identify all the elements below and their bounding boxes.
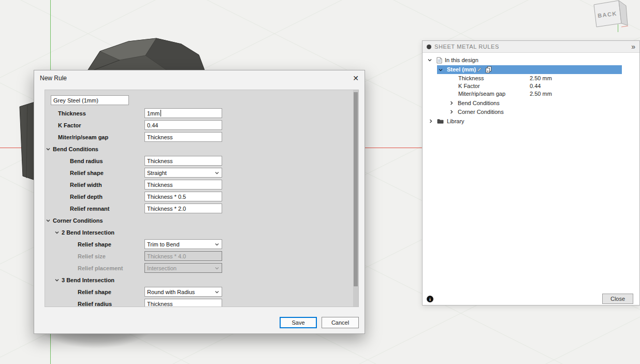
copy-rule-icon[interactable] [486, 66, 492, 73]
tree-item-steel-rule[interactable]: Steel (mm) [423, 65, 639, 74]
thickness-label: Thickness [58, 110, 86, 117]
relief-remnant-input[interactable] [144, 203, 222, 213]
select-value: Straight [147, 170, 167, 176]
dialog-titlebar[interactable]: New Rule ✕ [34, 70, 365, 86]
steel-rule-label: Steel (mm) [447, 66, 476, 72]
palette-close-button[interactable]: Close [602, 294, 633, 304]
property-row-miter-gap: Miter/rip/seam gap 2.50 mm [423, 90, 639, 98]
relief-shape-2bend-label: Relief shape [78, 241, 111, 247]
form-row-relief-shape-bend: Relief shape Straight [45, 167, 353, 179]
corner-conditions-label: Corner Conditions [458, 109, 504, 115]
in-this-design-label: In this design [445, 57, 478, 63]
form-row-miter-gap: Miter/rip/seam gap [45, 131, 353, 143]
form-row-relief-shape-3bend: Relief shape Round with Radius [45, 286, 353, 298]
chevron-down-icon[interactable] [438, 67, 443, 72]
app-canvas: BACK New Rule ✕ Thickness K Factor [0, 0, 640, 364]
corner-conditions-label: Corner Conditions [53, 217, 103, 224]
form-scrollbar[interactable] [353, 90, 358, 307]
sheet-metal-rules-palette: SHEET METAL RULES » In this design Steel… [422, 40, 640, 305]
thickness-input[interactable] [144, 108, 222, 118]
tree-item-bend-conditions[interactable]: Bend Conditions [423, 99, 639, 107]
select-value: Trim to Bend [147, 241, 180, 247]
chevron-right-icon[interactable] [449, 100, 454, 106]
miter-gap-input[interactable] [144, 132, 222, 142]
chevron-down-icon[interactable] [46, 218, 51, 223]
chevron-down-icon [214, 289, 220, 295]
bend-radius-label: Bend radius [70, 158, 103, 164]
new-rule-dialog: New Rule ✕ Thickness K Factor Miter/rip/… [34, 70, 365, 334]
miter-gap-label: Miter/rip/seam gap [58, 134, 108, 140]
section-bend-conditions[interactable]: Bend Conditions [45, 143, 353, 155]
bend-radius-input[interactable] [144, 156, 222, 166]
property-value: 2.50 mm [530, 75, 552, 81]
relief-size-label: Relief size [78, 253, 106, 259]
section-corner-conditions[interactable]: Corner Conditions [45, 214, 353, 226]
palette-header[interactable]: SHEET METAL RULES » [423, 41, 639, 53]
relief-shape-2bend-select[interactable]: Trim to Bend [144, 239, 222, 249]
palette-title: SHEET METAL RULES [434, 43, 499, 50]
info-icon[interactable]: i [427, 296, 433, 302]
relief-shape-3bend-select[interactable]: Round with Radius [144, 287, 222, 297]
chevron-down-icon [214, 242, 220, 247]
relief-size-input [144, 251, 222, 261]
chevron-down-icon [214, 170, 220, 176]
two-bend-intersection-label: 2 Bend Intersection [62, 229, 114, 236]
property-row-kfactor: K Factor 0.44 [423, 82, 639, 90]
cancel-button[interactable]: Cancel [322, 317, 359, 328]
form-row-kfactor: K Factor [45, 119, 353, 131]
document-icon [437, 57, 442, 64]
view-cube[interactable]: BACK [594, 1, 628, 32]
form-row-relief-placement: Relief placement Intersection [45, 262, 353, 274]
property-label: Thickness [458, 75, 484, 81]
save-button[interactable]: Save [280, 317, 317, 328]
relief-depth-input[interactable] [144, 192, 222, 201]
chevron-right-icon[interactable] [428, 119, 433, 124]
form-row-relief-shape-2bend: Relief shape Trim to Bend [45, 238, 353, 250]
select-value: Intersection [147, 265, 177, 271]
kfactor-input[interactable] [144, 120, 222, 130]
palette-handle-icon[interactable] [427, 45, 431, 49]
form-row-bend-radius: Bend radius [45, 155, 353, 167]
close-icon[interactable]: ✕ [353, 75, 359, 82]
expand-panel-icon[interactable]: » [631, 42, 635, 51]
rule-name-input[interactable] [51, 95, 129, 105]
subsection-3-bend-intersection[interactable]: 3 Bend Intersection [45, 274, 353, 286]
property-value: 2.50 mm [530, 91, 552, 97]
form-row-relief-radius: Relief radius [45, 298, 353, 307]
select-value: Round with Radius [147, 289, 195, 295]
relief-radius-input[interactable] [144, 299, 222, 307]
property-row-thickness: Thickness 2.50 mm [423, 74, 639, 82]
scrollbar-thumb[interactable] [354, 92, 358, 286]
chevron-down-icon[interactable] [54, 230, 60, 235]
subsection-2-bend-intersection[interactable]: 2 Bend Intersection [45, 226, 353, 238]
tree-item-in-this-design[interactable]: In this design [423, 56, 639, 64]
relief-depth-label: Relief depth [70, 194, 103, 200]
tree-item-library[interactable]: Library [423, 117, 639, 125]
relief-radius-label: Relief radius [78, 301, 112, 307]
tree-item-corner-conditions[interactable]: Corner Conditions [423, 108, 639, 116]
relief-width-label: Relief width [70, 182, 102, 188]
bend-conditions-label: Bend Conditions [53, 146, 98, 152]
edit-pencil-icon[interactable] [476, 67, 482, 72]
chevron-down-icon[interactable] [46, 147, 51, 152]
relief-shape-select[interactable]: Straight [144, 168, 222, 178]
kfactor-label: K Factor [58, 122, 81, 128]
property-label: Miter/rip/seam gap [458, 91, 505, 97]
bend-conditions-label: Bend Conditions [458, 100, 500, 106]
form-row-relief-width: Relief width [45, 179, 353, 191]
relief-width-input[interactable] [144, 180, 222, 190]
property-value: 0.44 [530, 83, 541, 89]
dialog-title: New Rule [40, 75, 67, 82]
relief-shape-label: Relief shape [70, 170, 104, 176]
view-cube-red-axis [621, 26, 628, 27]
chevron-down-icon[interactable] [427, 57, 432, 63]
rule-form-rows: Thickness K Factor Miter/rip/seam gap Be… [45, 107, 353, 307]
chevron-down-icon[interactable] [54, 278, 60, 283]
form-row-relief-size: Relief size [45, 250, 353, 262]
rule-form-panel: Thickness K Factor Miter/rip/seam gap Be… [45, 90, 359, 307]
form-row-thickness: Thickness [45, 107, 353, 119]
relief-remnant-label: Relief remnant [70, 206, 109, 212]
relief-shape-3bend-label: Relief shape [78, 289, 111, 295]
form-row-relief-depth: Relief depth [45, 191, 353, 202]
chevron-right-icon[interactable] [449, 109, 454, 114]
